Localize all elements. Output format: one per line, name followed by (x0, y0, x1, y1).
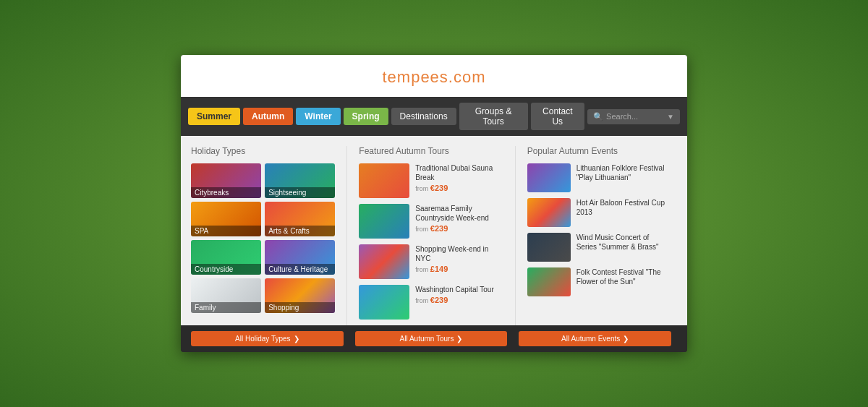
nav-bar: Summer Autumn Winter Spring Destinations… (181, 97, 687, 136)
holiday-label-countryside: Countryside (191, 264, 261, 275)
all-tours-label: All Autumn Tours (400, 335, 454, 343)
search-box: 🔍 ▼ (587, 109, 680, 124)
holiday-label-artscrafts: Arts & Crafts (265, 226, 335, 236)
tour-price-saaremaa: from €239 (415, 224, 503, 233)
all-events-label: All Autumn Events (561, 335, 620, 343)
nav-winter[interactable]: Winter (296, 108, 340, 125)
tour-thumb-dubai (359, 163, 409, 198)
tour-item-saaremaa[interactable]: Saaremaa Family Countryside Week-end fro… (359, 204, 503, 239)
event-item-lithuanian[interactable]: Lithuanian Folklore Festival "Play Lithu… (527, 163, 671, 192)
holiday-item-spa[interactable]: SPA (191, 202, 261, 236)
holiday-item-culture[interactable]: Culture & Heritage (265, 240, 335, 275)
search-input[interactable] (606, 112, 664, 121)
tour-info-nyc: Shopping Week-end in NYC from £149 (415, 244, 503, 273)
event-thumb-hotair (527, 198, 571, 227)
tour-name-washington: Washington Capital Tour (415, 285, 503, 294)
footer-bar: All Holiday Types ❯ All Autumn Tours ❯ A… (181, 325, 687, 352)
arrow-icon: ❯ (294, 335, 299, 343)
nav-spring[interactable]: Spring (344, 108, 388, 125)
featured-tours-section: Featured Autumn Tours Traditional Dubai … (353, 146, 509, 325)
event-info-lithuanian: Lithuanian Folklore Festival "Play Lithu… (576, 163, 671, 182)
event-thumb-folk (527, 267, 571, 296)
tour-info-washington: Washington Capital Tour from €239 (415, 285, 503, 304)
event-info-folk: Folk Contest Festival "The Flower of the… (576, 267, 671, 286)
event-name-folk: Folk Contest Festival "The Flower of the… (576, 267, 671, 286)
event-thumb-lithuanian (527, 163, 571, 192)
nav-summer[interactable]: Summer (188, 108, 240, 125)
holiday-grid: Citybreaks Sightseeing SPA Arts & Crafts… (191, 163, 335, 313)
holiday-item-citybreaks[interactable]: Citybreaks (191, 163, 261, 198)
event-item-hotair[interactable]: Hot Air Baloon Festival Cup 2013 (527, 198, 671, 227)
holiday-item-artscrafts[interactable]: Arts & Crafts (265, 202, 335, 236)
tour-price-dubai: from €239 (415, 184, 503, 192)
event-name-hotair: Hot Air Baloon Festival Cup 2013 (576, 198, 671, 217)
arrow-icon-3: ❯ (623, 335, 629, 343)
dropdown-icon[interactable]: ▼ (667, 113, 674, 121)
tour-price-nyc: from £149 (415, 265, 503, 273)
tour-name-dubai: Traditional Dubai Sauna Break (415, 163, 503, 182)
tour-info-saaremaa: Saaremaa Family Countryside Week-end fro… (415, 204, 503, 233)
all-autumn-tours-button[interactable]: All Autumn Tours ❯ (355, 331, 508, 346)
tour-name-nyc: Shopping Week-end in NYC (415, 244, 503, 263)
site-title: tempees.com (382, 68, 485, 86)
all-autumn-events-button[interactable]: All Autumn Events ❯ (519, 331, 671, 346)
footer-tours-section: All Autumn Tours ❯ (349, 331, 514, 346)
tour-item-washington[interactable]: Washington Capital Tour from €239 (359, 285, 503, 320)
header: tempees.com (181, 55, 687, 97)
content-area: Holiday Types Citybreaks Sightseeing SPA… (181, 136, 687, 325)
holiday-label-shopping: Shopping (265, 302, 335, 313)
tour-thumb-washington (359, 285, 409, 320)
footer-holiday-section: All Holiday Types ❯ (191, 331, 349, 346)
arrow-icon-2: ❯ (456, 335, 462, 343)
featured-tours-title: Featured Autumn Tours (359, 146, 503, 156)
event-name-lithuanian: Lithuanian Folklore Festival "Play Lithu… (576, 163, 671, 182)
holiday-types-section: Holiday Types Citybreaks Sightseeing SPA… (191, 146, 341, 325)
event-name-wind: Wind Music Concert of Series "Summer & B… (576, 233, 671, 252)
popular-events-title: Popular Autumn Events (527, 146, 671, 156)
holiday-types-title: Holiday Types (191, 146, 335, 156)
tour-name-saaremaa: Saaremaa Family Countryside Week-end (415, 204, 503, 223)
holiday-item-family[interactable]: Family (191, 278, 261, 313)
holiday-label-family: Family (191, 302, 261, 313)
holiday-label-sightseeing: Sightseeing (265, 187, 335, 198)
footer-events-section: All Autumn Events ❯ (513, 331, 677, 346)
event-info-wind: Wind Music Concert of Series "Summer & B… (576, 233, 671, 252)
event-thumb-wind (527, 233, 571, 262)
main-container: tempees.com Summer Autumn Winter Spring … (181, 55, 687, 352)
nav-groups[interactable]: Groups & Tours (459, 103, 528, 130)
event-item-wind[interactable]: Wind Music Concert of Series "Summer & B… (527, 233, 671, 262)
tour-thumb-saaremaa (359, 204, 409, 239)
divider-1 (346, 146, 347, 325)
nav-autumn[interactable]: Autumn (243, 108, 293, 125)
holiday-item-sightseeing[interactable]: Sightseeing (265, 163, 335, 198)
holiday-label-citybreaks: Citybreaks (191, 187, 261, 198)
tour-info-dubai: Traditional Dubai Sauna Break from €239 (415, 163, 503, 192)
all-holiday-types-button[interactable]: All Holiday Types ❯ (191, 331, 344, 346)
holiday-label-culture: Culture & Heritage (265, 264, 335, 275)
tour-item-dubai[interactable]: Traditional Dubai Sauna Break from €239 (359, 163, 503, 198)
holiday-label-spa: SPA (191, 226, 261, 236)
divider-2 (515, 146, 516, 325)
all-holiday-label: All Holiday Types (235, 335, 291, 343)
event-item-folk[interactable]: Folk Contest Festival "The Flower of the… (527, 267, 671, 296)
tour-thumb-nyc (359, 244, 409, 279)
nav-destinations[interactable]: Destinations (391, 108, 456, 125)
holiday-item-countryside[interactable]: Countryside (191, 240, 261, 275)
tour-price-washington: from €239 (415, 296, 503, 304)
search-icon: 🔍 (593, 112, 603, 121)
popular-events-section: Popular Autumn Events Lithuanian Folklor… (522, 146, 677, 325)
holiday-item-shopping[interactable]: Shopping (265, 278, 335, 313)
tour-item-nyc[interactable]: Shopping Week-end in NYC from £149 (359, 244, 503, 279)
nav-contact[interactable]: Contact Us (531, 103, 585, 130)
event-info-hotair: Hot Air Baloon Festival Cup 2013 (576, 198, 671, 217)
